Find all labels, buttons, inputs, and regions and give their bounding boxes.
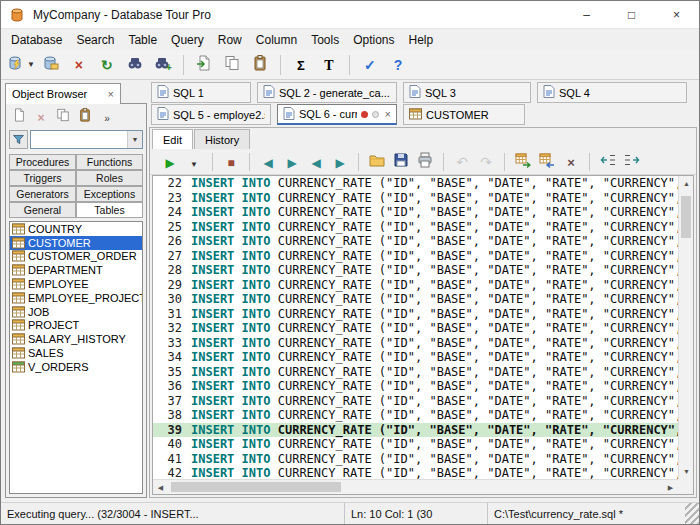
table-list-item-customer_order[interactable]: CUSTOMER_ORDER <box>10 250 142 264</box>
view-tab-edit[interactable]: Edit <box>152 129 193 149</box>
document-tab-sql-4[interactable]: SQL 4 <box>537 82 687 103</box>
code-line[interactable]: 35INSERT INTO CURRENCY_RATE ("ID", "BASE… <box>153 365 678 380</box>
code-line[interactable]: 36INSERT INTO CURRENCY_RATE ("ID", "BASE… <box>153 379 678 394</box>
next-statement-button[interactable]: ▶ <box>281 151 303 173</box>
export-results-button[interactable] <box>512 151 534 173</box>
copy-button[interactable] <box>219 52 245 77</box>
resize-grip[interactable] <box>685 503 699 524</box>
scroll-right-icon[interactable]: ▶ <box>663 480 678 495</box>
code-line[interactable]: 40INSERT INTO CURRENCY_RATE ("ID", "BASE… <box>153 437 678 452</box>
stop-execution-button[interactable]: ■ <box>220 151 242 173</box>
table-list-item-project[interactable]: PROJECT <box>10 319 142 333</box>
document-tab-sql-3[interactable]: SQL 3 <box>403 82 531 103</box>
code-line[interactable]: 29INSERT INTO CURRENCY_RATE ("ID", "BASE… <box>153 278 678 293</box>
aggregate-button[interactable]: Σ <box>288 52 314 77</box>
category-tab-generators[interactable]: Generators <box>9 186 76 202</box>
code-line[interactable]: 25INSERT INTO CURRENCY_RATE ("ID", "BASE… <box>153 220 678 235</box>
code-line[interactable]: 32INSERT INTO CURRENCY_RATE ("ID", "BASE… <box>153 321 678 336</box>
document-tab-sql-6-curren[interactable]: SQL 6 - curren× <box>277 104 397 125</box>
menu-item-column[interactable]: Column <box>249 31 304 49</box>
object-browser-close-icon[interactable]: × <box>108 89 114 100</box>
outdent-button[interactable] <box>597 151 619 173</box>
open-file-button[interactable] <box>366 151 388 173</box>
next-result-button[interactable]: ▶ <box>329 151 351 173</box>
menu-item-help[interactable]: Help <box>402 31 441 49</box>
copy-object-button[interactable] <box>54 108 72 126</box>
code-line[interactable]: 34INSERT INTO CURRENCY_RATE ("ID", "BASE… <box>153 350 678 365</box>
table-list-item-country[interactable]: COUNTRY <box>10 222 142 236</box>
vertical-scroll-thumb[interactable] <box>681 196 691 238</box>
combo-dropdown-icon[interactable]: ▼ <box>127 131 142 148</box>
menu-item-tools[interactable]: Tools <box>304 31 346 49</box>
category-tab-tables[interactable]: Tables <box>76 202 143 218</box>
paste-button[interactable] <box>247 52 273 77</box>
code-line[interactable]: 31INSERT INTO CURRENCY_RATE ("ID", "BASE… <box>153 307 678 322</box>
open-database-button[interactable] <box>38 52 64 77</box>
category-tab-exceptions[interactable]: Exceptions <box>76 186 143 202</box>
category-tab-functions[interactable]: Functions <box>76 154 143 170</box>
find-next-button[interactable]: + <box>150 52 176 77</box>
scroll-left-icon[interactable]: ◀ <box>153 480 168 495</box>
table-list-item-salary_history[interactable]: SALARY_HISTORY <box>10 332 142 346</box>
undo-button[interactable]: ↶ <box>451 151 473 173</box>
view-tab-history[interactable]: History <box>194 129 250 149</box>
document-tab-sql-5-employe2-sql[interactable]: SQL 5 - employe2.sql <box>151 104 271 125</box>
code-line[interactable]: 26INSERT INTO CURRENCY_RATE ("ID", "BASE… <box>153 234 678 249</box>
document-tab-sql-2-generate-ca-[interactable]: SQL 2 - generate_ca... <box>257 82 397 103</box>
table-list-item-v_orders[interactable]: V_ORDERS <box>10 360 142 374</box>
code-line[interactable]: 39INSERT INTO CURRENCY_RATE ("ID", "BASE… <box>153 423 678 438</box>
code-line[interactable]: 41INSERT INTO CURRENCY_RATE ("ID", "BASE… <box>153 452 678 467</box>
code-line[interactable]: 24INSERT INTO CURRENCY_RATE ("ID", "BASE… <box>153 205 678 220</box>
close-button[interactable]: × <box>654 1 699 28</box>
code-line[interactable]: 28INSERT INTO CURRENCY_RATE ("ID", "BASE… <box>153 263 678 278</box>
table-list-item-customer[interactable]: CUSTOMER <box>10 236 142 250</box>
close-dataset-button[interactable]: × <box>560 151 582 173</box>
maximize-button[interactable]: □ <box>609 1 654 28</box>
code-line[interactable]: 27INSERT INTO CURRENCY_RATE ("ID", "BASE… <box>153 249 678 264</box>
category-tab-triggers[interactable]: Triggers <box>9 170 76 186</box>
new-object-button[interactable] <box>10 108 28 126</box>
object-browser-tab[interactable]: Object Browser × <box>5 83 121 104</box>
import-data-button[interactable] <box>191 52 217 77</box>
fetch-all-button[interactable] <box>536 151 558 173</box>
code-line[interactable]: 30INSERT INTO CURRENCY_RATE ("ID", "BASE… <box>153 292 678 307</box>
code-line[interactable]: 22INSERT INTO CURRENCY_RATE ("ID", "BASE… <box>153 176 678 191</box>
refresh-button[interactable]: ↻ <box>94 52 120 77</box>
scroll-up-icon[interactable]: ▲ <box>679 176 694 191</box>
table-list-item-employee_project[interactable]: EMPLOYEE_PROJECT <box>10 291 142 305</box>
execute-query-button[interactable]: ▶ <box>159 151 181 173</box>
code-line[interactable]: 38INSERT INTO CURRENCY_RATE ("ID", "BASE… <box>153 408 678 423</box>
category-tab-roles[interactable]: Roles <box>76 170 143 186</box>
menu-item-database[interactable]: Database <box>4 31 69 49</box>
table-list-item-sales[interactable]: SALES <box>10 346 142 360</box>
table-list-item-job[interactable]: JOB <box>10 305 142 319</box>
code-line[interactable]: 33INSERT INTO CURRENCY_RATE ("ID", "BASE… <box>153 336 678 351</box>
horizontal-scroll-thumb[interactable] <box>171 482 341 492</box>
help-button[interactable]: ? <box>385 52 411 77</box>
close-query-button[interactable]: × <box>66 52 92 77</box>
menu-item-table[interactable]: Table <box>121 31 164 49</box>
document-tab-sql-1[interactable]: SQL 1 <box>151 82 251 103</box>
table-list-item-department[interactable]: DEPARTMENT <box>10 263 142 277</box>
execute-options-button[interactable]: ▼ <box>183 151 205 173</box>
delete-object-button[interactable]: × <box>32 108 50 126</box>
dropdown-caret-icon[interactable]: ▼ <box>27 60 35 69</box>
paste-object-button[interactable] <box>76 108 94 126</box>
minimize-button[interactable]: – <box>564 1 609 28</box>
save-file-button[interactable] <box>390 151 412 173</box>
table-list-item-employee[interactable]: EMPLOYEE <box>10 277 142 291</box>
previous-result-button[interactable]: ◀ <box>305 151 327 173</box>
code-line[interactable]: 23INSERT INTO CURRENCY_RATE ("ID", "BASE… <box>153 191 678 206</box>
connect-database-button[interactable]: ▼ <box>6 52 36 77</box>
horizontal-scrollbar[interactable]: ◀ ▶ <box>153 479 678 494</box>
menu-item-row[interactable]: Row <box>211 31 249 49</box>
vertical-scrollbar[interactable]: ▲ ▼ <box>678 176 693 479</box>
category-tab-procedures[interactable]: Procedures <box>9 154 76 170</box>
check-sql-button[interactable]: ✓ <box>357 52 383 77</box>
code-line[interactable]: 37INSERT INTO CURRENCY_RATE ("ID", "BASE… <box>153 394 678 409</box>
tab-close-icon[interactable]: × <box>385 109 391 120</box>
object-filter-combobox[interactable]: ▼ <box>30 130 143 149</box>
previous-statement-button[interactable]: ◀ <box>257 151 279 173</box>
category-tab-general[interactable]: General <box>9 202 76 218</box>
text-viewer-button[interactable]: T <box>316 52 342 77</box>
